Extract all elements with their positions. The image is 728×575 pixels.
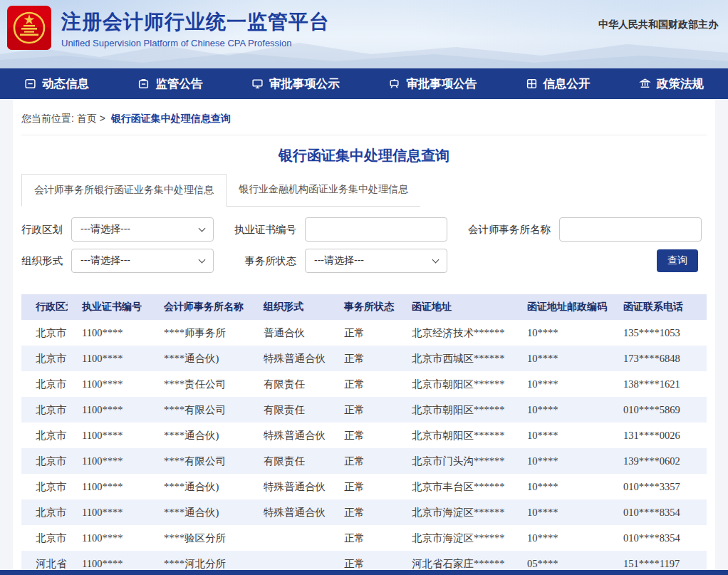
region-label: 行政区划	[21, 223, 63, 237]
table-cell: 北京市朝阳区******	[397, 397, 513, 423]
table-cell: 131****0026	[609, 423, 707, 448]
nav-item-supervision-announcements[interactable]: 监管公告	[137, 76, 202, 92]
table-cell: 10****	[513, 346, 609, 371]
table-cell: 10****	[513, 371, 609, 397]
table-cell: ****验区分所	[150, 525, 249, 551]
table-cell: 北京市门头沟******	[397, 448, 513, 474]
table-row: 北京市 1100**** ****通合伙) 特殊普通合伙 正常 北京市西城区**…	[21, 346, 707, 371]
firm-status-select[interactable]: ---请选择---	[305, 249, 447, 273]
tab-banking-institutions[interactable]: 银行业金融机构函证业务集中处理信息	[227, 174, 420, 206]
column-header: 函证地址邮政编码	[513, 294, 609, 320]
table-cell: 北京市	[21, 499, 68, 525]
breadcrumb-current: 银行函证集中处理信息查询	[111, 113, 231, 124]
results-table-header: 行政区划 执业证书编号 会计师事务所名称 组织形式 事务所状态 函证地址 函证地…	[21, 294, 707, 320]
organization-form-select[interactable]: ---请选择---	[71, 249, 214, 273]
table-cell: 1100****	[68, 320, 150, 346]
table-cell: 北京市西城区******	[397, 346, 513, 371]
table-cell: 正常	[330, 448, 397, 474]
organization-form-select-value: ---请选择---	[80, 254, 130, 267]
table-cell: 正常	[330, 320, 397, 346]
table-cell: 北京市	[21, 346, 68, 371]
table-cell: 10****	[513, 397, 609, 423]
bank-icon	[639, 78, 651, 90]
table-cell: 135****1053	[609, 320, 707, 346]
nav-item-label: 审批事项公告	[406, 76, 477, 92]
table-cell: 特殊普通合伙	[249, 346, 330, 371]
table-cell: 普通合伙	[249, 320, 330, 346]
table-cell: 10****	[513, 448, 609, 474]
table-cell: 正常	[330, 346, 397, 371]
grid-icon	[526, 78, 538, 90]
table-cell: 有限责任	[249, 448, 330, 474]
chevron-down-icon	[432, 256, 440, 263]
table-cell: 特殊普通合伙	[249, 423, 330, 448]
results-table: 行政区划 执业证书编号 会计师事务所名称 组织形式 事务所状态 函证地址 函证地…	[21, 294, 707, 575]
nav-item-label: 审批事项公示	[269, 76, 340, 92]
site-subtitle: Unified Supervision Platform of Chinese …	[61, 38, 330, 48]
table-cell: 北京市朝阳区******	[397, 423, 513, 448]
breadcrumb-prefix: 您当前位置:	[21, 113, 74, 124]
nav-item-information-disclosure[interactable]: 信息公开	[526, 76, 591, 92]
table-row: 北京市 1100**** ****有限公司 有限责任 正常 北京市门头沟****…	[21, 448, 707, 474]
table-cell: 北京市	[21, 525, 68, 551]
query-form: 行政区划 ---请选择--- 执业证书编号 会计师事务所名称 组织形式 ---请…	[21, 217, 707, 273]
table-cell: 正常	[330, 525, 397, 551]
column-header: 行政区划	[21, 294, 68, 320]
table-cell: 北京市	[21, 397, 68, 423]
main-nav: 动态信息 监管公告 审批事项公示 审批事项公告 信息公开 政策法规	[0, 68, 728, 99]
table-cell: 有限责任	[249, 371, 330, 397]
region-select-value: ---请选择---	[80, 223, 130, 236]
table-row: 北京市 1100**** ****师事务所 普通合伙 正常 北京经济技术****…	[21, 320, 707, 346]
table-cell: 10****	[513, 474, 609, 499]
table-cell: 北京市	[21, 448, 68, 474]
table-row: 北京市 1100**** ****通合伙) 特殊普通合伙 正常 北京市朝阳区**…	[21, 423, 707, 448]
table-cell: ****有限公司	[150, 448, 249, 474]
table-cell: 1100****	[68, 525, 150, 551]
cabinet-icon	[137, 78, 150, 90]
table-cell: 1100****	[68, 397, 150, 423]
table-cell: 北京市	[21, 423, 68, 448]
column-header: 会计师事务所名称	[150, 294, 249, 320]
billboard-icon	[388, 78, 400, 90]
table-cell: 北京市	[21, 474, 68, 499]
table-cell: 北京经济技术******	[397, 320, 513, 346]
firm-name-label: 会计师事务所名称	[463, 223, 551, 237]
national-emblem-logo	[7, 6, 51, 51]
nav-item-dynamic-info[interactable]: 动态信息	[24, 76, 89, 92]
table-cell: ****通合伙)	[150, 346, 249, 371]
tab-cpa-firms[interactable]: 会计师事务所银行函证业务集中处理信息	[21, 174, 227, 207]
nav-item-label: 政策法规	[657, 76, 704, 92]
chevron-down-icon	[199, 256, 206, 263]
table-cell: 北京市海淀区******	[397, 499, 513, 525]
table-cell: ****师事务所	[150, 320, 249, 346]
nav-item-policies-regulations[interactable]: 政策法规	[639, 76, 704, 92]
search-button[interactable]: 查询	[657, 249, 698, 272]
table-cell: 正常	[330, 371, 397, 397]
table-cell: 010****3357	[609, 474, 707, 499]
breadcrumb-home-link[interactable]: 首页	[77, 113, 97, 124]
column-header: 事务所状态	[330, 294, 397, 320]
table-cell: 10****	[513, 499, 609, 525]
table-cell: 特殊普通合伙	[249, 499, 330, 525]
breadcrumb-divider	[21, 135, 707, 135]
table-cell: 1100****	[68, 448, 150, 474]
table-row: 北京市 1100**** ****验区分所 正常 北京市海淀区****** 10…	[21, 525, 707, 551]
table-cell: ****通合伙)	[150, 423, 249, 448]
nav-item-label: 动态信息	[42, 76, 89, 92]
table-cell: 1100****	[68, 499, 150, 525]
nav-item-approval-announcements[interactable]: 审批事项公告	[388, 76, 477, 92]
nav-item-approval-publicity[interactable]: 审批事项公示	[251, 76, 340, 92]
firm-name-input[interactable]	[559, 217, 702, 242]
table-cell: 10****	[513, 525, 609, 551]
region-select[interactable]: ---请选择---	[71, 217, 214, 242]
footer-strip	[0, 570, 728, 575]
table-cell: 有限责任	[249, 397, 330, 423]
license-number-label: 执业证书编号	[224, 223, 296, 237]
page-title: 银行函证集中处理信息查询	[21, 146, 707, 165]
sponsor-text: 中华人民共和国财政部主办	[598, 19, 718, 31]
table-row: 北京市 1100**** ****有限公司 有限责任 正常 北京市朝阳区****…	[21, 397, 707, 423]
chevron-down-icon	[199, 224, 206, 232]
table-cell: ****通合伙)	[150, 474, 249, 499]
license-number-input[interactable]	[305, 217, 447, 242]
table-row: 北京市 1100**** ****通合伙) 特殊普通合伙 正常 北京市海淀区**…	[21, 499, 707, 525]
